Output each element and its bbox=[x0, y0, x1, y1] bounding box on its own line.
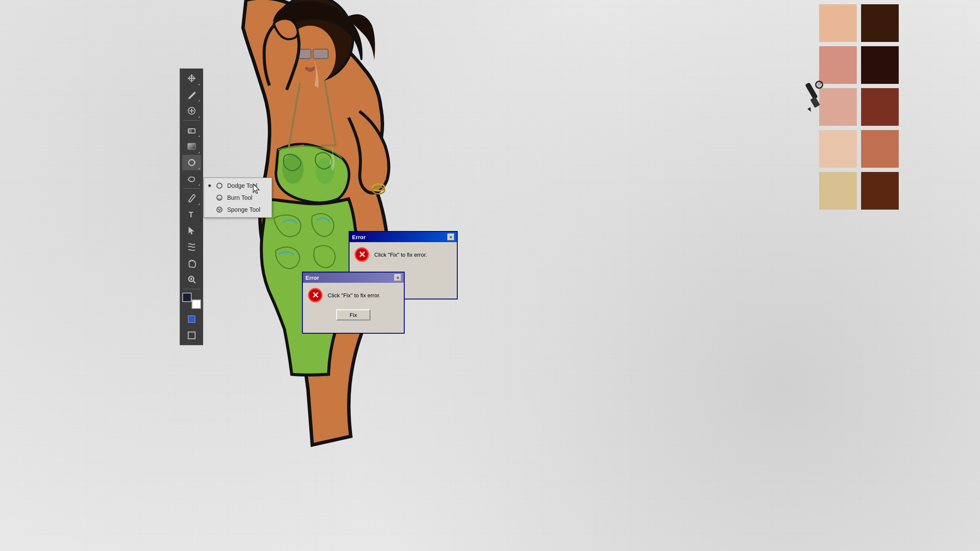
flyout-sponge-tool[interactable]: Sponge Tool bbox=[204, 204, 272, 216]
foreground-color-swatch[interactable] bbox=[182, 293, 192, 302]
svg-rect-28 bbox=[188, 332, 195, 339]
error-dialog-large-body: ✕ Click "Fix" to fix error. bbox=[349, 242, 457, 267]
sponge-tool-icon bbox=[215, 205, 224, 214]
color-swatch-1[interactable] bbox=[819, 4, 857, 42]
tool-heal[interactable] bbox=[182, 71, 201, 86]
svg-rect-37 bbox=[810, 97, 820, 108]
flyout-dodge-tool[interactable]: Dodge Tool bbox=[204, 180, 272, 192]
eyedropper-tool bbox=[800, 77, 826, 111]
error-icon-small: ✕ bbox=[308, 288, 323, 302]
tool-eraser[interactable] bbox=[182, 122, 201, 138]
toolbar-divider-2 bbox=[183, 188, 200, 189]
error-dialog-small-body: ✕ Click "Fix" to fix error. bbox=[303, 283, 404, 308]
toolbar-divider-1 bbox=[183, 120, 200, 121]
burn-tool-label: Burn Tool bbox=[227, 194, 252, 201]
tool-rect[interactable] bbox=[182, 311, 201, 327]
tool-zoom[interactable] bbox=[182, 272, 201, 287]
error-dialog-small-close[interactable]: × bbox=[394, 274, 401, 281]
toolbar-divider-3 bbox=[183, 289, 200, 289]
color-swatch-2[interactable] bbox=[861, 4, 899, 42]
photoshop-toolbar: T bbox=[180, 68, 203, 345]
color-swatch-4[interactable] bbox=[861, 46, 899, 84]
tool-pen[interactable] bbox=[182, 190, 201, 206]
svg-point-34 bbox=[220, 209, 221, 210]
tool-lasso[interactable] bbox=[182, 328, 201, 343]
color-swatch-9[interactable] bbox=[819, 172, 857, 210]
svg-point-32 bbox=[217, 207, 222, 212]
tool-warp[interactable] bbox=[182, 239, 201, 255]
burn-tool-icon bbox=[215, 193, 224, 202]
svg-point-0 bbox=[282, 154, 304, 184]
error-dialog-large-title: Error bbox=[352, 234, 366, 240]
svg-rect-27 bbox=[188, 316, 195, 323]
error-dialog-small-title: Error bbox=[305, 275, 319, 281]
color-swatch-8[interactable] bbox=[861, 130, 899, 168]
color-swatch-6[interactable] bbox=[861, 88, 899, 126]
error-dialog-small: Error × ✕ Click "Fix" to fix error. Fix bbox=[302, 272, 405, 334]
svg-text:T: T bbox=[189, 210, 193, 219]
error-dialog-large-titlebar: Error × bbox=[349, 232, 457, 242]
tool-clone[interactable] bbox=[182, 103, 201, 118]
tool-flyout-menu: Dodge Tool Burn Tool Sponge Tool bbox=[204, 178, 272, 218]
svg-point-31 bbox=[218, 198, 221, 200]
svg-rect-20 bbox=[188, 143, 195, 149]
error-icon-large: ✕ bbox=[355, 247, 369, 262]
svg-rect-11 bbox=[313, 49, 328, 59]
color-swatch-7[interactable] bbox=[819, 130, 857, 168]
tool-brush[interactable] bbox=[182, 87, 201, 102]
mouse-cursor bbox=[252, 183, 259, 193]
svg-point-35 bbox=[219, 210, 220, 211]
tool-blur[interactable] bbox=[182, 171, 201, 187]
flyout-burn-tool[interactable]: Burn Tool bbox=[204, 192, 272, 204]
fix-button[interactable]: Fix bbox=[336, 309, 370, 320]
dodge-tool-icon bbox=[215, 181, 224, 190]
tool-text[interactable]: T bbox=[182, 207, 201, 222]
svg-point-39 bbox=[817, 83, 821, 87]
sponge-tool-label: Sponge Tool bbox=[227, 206, 261, 213]
error-dialog-large-close[interactable]: × bbox=[447, 234, 454, 240]
error-dialog-small-titlebar: Error × bbox=[303, 273, 404, 283]
tool-hand[interactable] bbox=[182, 255, 201, 271]
svg-line-24 bbox=[193, 281, 195, 283]
svg-point-33 bbox=[218, 209, 219, 210]
color-swatches-panel bbox=[819, 4, 899, 210]
color-swatch-10[interactable] bbox=[861, 172, 899, 210]
error-dialog-large-message: Click "Fix" to fix error. bbox=[374, 252, 427, 258]
svg-rect-19 bbox=[188, 129, 192, 133]
tool-dodge[interactable] bbox=[182, 155, 201, 170]
error-dialog-small-message: Click "Fix" to fix error. bbox=[328, 292, 380, 299]
tool-selection[interactable] bbox=[182, 223, 201, 238]
dialog-buttons-area: Fix bbox=[303, 308, 404, 325]
background-color-swatch[interactable] bbox=[192, 299, 201, 309]
tool-gradient[interactable] bbox=[182, 139, 201, 154]
